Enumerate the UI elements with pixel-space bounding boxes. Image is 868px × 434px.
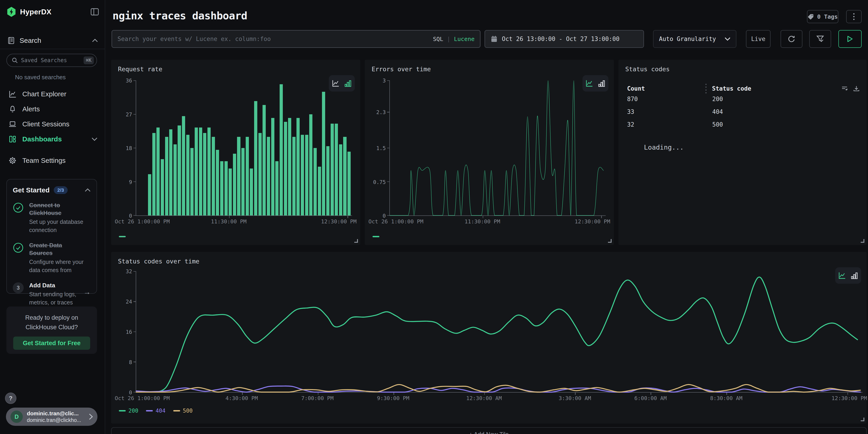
search-icon <box>12 57 18 63</box>
refresh-button[interactable] <box>781 30 802 48</box>
column-header-status-code[interactable]: Status code <box>712 85 751 92</box>
sidebar-collapse-button[interactable] <box>91 8 99 16</box>
tile-resize-handle[interactable] <box>861 239 864 243</box>
bar <box>186 135 189 215</box>
sidebar-item-dashboards[interactable]: Dashboards <box>0 132 105 147</box>
step-title: Connect to ClickHouse <box>29 201 84 217</box>
x-tick-label: Oct 26 1:00:00 PM <box>368 218 423 225</box>
table-row[interactable]: 870 200 <box>627 96 860 102</box>
cell-status-code: 500 <box>712 121 723 128</box>
sidebar-item-team-settings[interactable]: Team Settings <box>0 153 105 168</box>
sidebar-item-alerts[interactable]: Alerts <box>0 101 105 117</box>
progress-badge: 2/3 <box>54 186 68 194</box>
saved-searches-box[interactable]: ⌘K <box>6 54 97 67</box>
tag-icon <box>808 13 814 20</box>
help-button[interactable]: ? <box>5 393 17 404</box>
cell-count: 870 <box>627 96 712 102</box>
logo-row: HyperDX <box>7 5 99 18</box>
chevron-up-icon <box>92 39 98 42</box>
gear-icon <box>9 157 17 164</box>
chart-type-toggle <box>835 267 861 284</box>
filter-button[interactable] <box>809 30 831 48</box>
legend-entry[interactable] <box>119 236 126 237</box>
bar <box>347 152 351 215</box>
saved-searches-input[interactable] <box>21 57 81 64</box>
step-desc: Start sending logs, metrics, or traces <box>29 290 78 307</box>
get-started-free-button[interactable]: Get Started for Free <box>13 337 90 350</box>
brand-name: HyperDX <box>20 8 87 16</box>
nav-label: Team Settings <box>22 157 97 164</box>
y-tick-label: 27 <box>126 112 132 118</box>
tile-title: Errors over time <box>372 66 431 73</box>
get-started-step-add-data[interactable]: 3 Add Data Start sending logs, metrics, … <box>13 281 91 307</box>
bar-chart-toggle-icon[interactable] <box>344 80 352 87</box>
chevron-up-icon[interactable] <box>85 188 91 192</box>
dashboard-menu-button[interactable] <box>846 10 862 23</box>
loading-text: Loading... <box>644 144 684 151</box>
y-tick-mark <box>133 332 136 332</box>
download-icon[interactable] <box>853 85 860 92</box>
sidebar: HyperDX Search ⌘K No saved searches <box>0 0 105 434</box>
sidebar-nav: Chart Explorer Alerts Client Sessions Da… <box>0 87 105 168</box>
nav-label: Alerts <box>22 105 97 113</box>
event-search-input[interactable] <box>118 35 428 42</box>
user-name: dominic.tran@clic... <box>27 410 81 417</box>
sidebar-item-chart-explorer[interactable]: Chart Explorer <box>0 87 105 101</box>
get-started-step-sources[interactable]: Create Data Sources Configure where your… <box>13 241 91 274</box>
bar <box>237 137 240 215</box>
x-axis: Oct 26 1:00:00 PM11:30:00 PM12:30:00 PM <box>390 216 606 226</box>
bar-chart-toggle-icon[interactable] <box>850 272 858 279</box>
legend-entry[interactable] <box>373 236 379 237</box>
line-chart-toggle-icon[interactable] <box>838 272 846 279</box>
line-chart-toggle-icon[interactable] <box>332 80 340 87</box>
tile-resize-handle[interactable] <box>861 417 864 421</box>
bar <box>208 127 211 215</box>
user-menu[interactable]: D dominic.tran@clic... dominic.tran@clic… <box>6 408 97 426</box>
tile-title: Request rate <box>118 66 162 73</box>
check-circle-icon <box>13 242 24 253</box>
run-query-button[interactable] <box>838 30 862 48</box>
bar <box>169 129 173 215</box>
legend-entry[interactable]: 404 <box>146 408 165 414</box>
sidebar-item-client-sessions[interactable]: Client Sessions <box>0 117 105 132</box>
tile-resize-handle[interactable] <box>354 239 358 243</box>
bar <box>178 125 181 215</box>
add-new-tile-button[interactable]: + Add New Tile <box>111 427 867 434</box>
chevron-down-icon <box>724 37 731 41</box>
column-resize-handle[interactable] <box>706 84 707 93</box>
y-tick-label: 8 <box>129 359 132 365</box>
tags-button[interactable]: 0 Tags <box>807 10 838 23</box>
granularity-select[interactable]: Auto Granularity <box>653 30 736 48</box>
x-tick-label: 11:30:00 PM <box>465 218 500 225</box>
legend-entry[interactable]: 200 <box>119 408 138 414</box>
column-header-count[interactable]: Count <box>627 85 706 92</box>
legend-dash <box>373 236 379 237</box>
bar <box>335 124 338 215</box>
y-tick-label: 0.75 <box>373 179 386 185</box>
live-button[interactable]: Live <box>746 30 771 48</box>
legend-label: 404 <box>156 408 165 414</box>
table-row[interactable]: 33 404 <box>627 108 860 115</box>
plot-area <box>136 272 863 393</box>
bar <box>254 101 257 215</box>
legend-dash <box>146 410 153 411</box>
user-email: dominic.tran@clickho... <box>27 417 81 423</box>
calendar-icon <box>491 35 497 42</box>
line-chart-toggle-icon[interactable] <box>585 80 593 87</box>
table-options-icon[interactable] <box>841 85 848 92</box>
get-started-step-connect[interactable]: Connect to ClickHouse Set up your databa… <box>13 201 91 234</box>
nav-label: Client Sessions <box>22 120 97 128</box>
x-tick-label: Oct 26 1:00:00 PM <box>115 395 169 401</box>
sql-toggle[interactable]: SQL <box>433 36 443 42</box>
cell-status-code: 404 <box>712 108 723 115</box>
bar-chart-toggle-icon[interactable] <box>598 80 606 87</box>
bar <box>297 118 300 215</box>
table-row[interactable]: 32 500 <box>627 121 860 128</box>
sidebar-section-search[interactable]: Search <box>7 34 98 48</box>
legend-entry[interactable]: 500 <box>173 408 193 414</box>
bar <box>195 127 198 215</box>
time-range-picker[interactable]: Oct 26 13:00:00 - Oct 27 13:00:00 <box>485 30 644 48</box>
tile-resize-handle[interactable] <box>608 239 612 243</box>
lucene-toggle[interactable]: Lucene <box>454 36 474 42</box>
bar <box>148 174 151 215</box>
